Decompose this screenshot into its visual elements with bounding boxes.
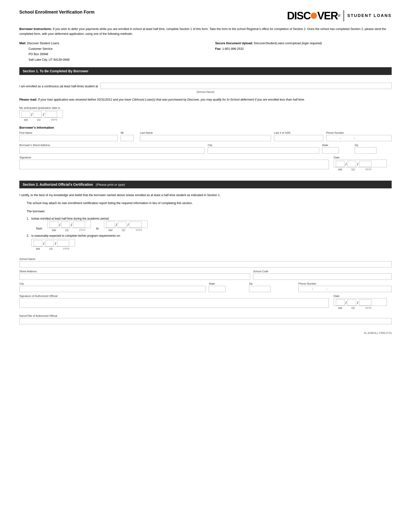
sig-mm-input[interactable]	[336, 161, 345, 167]
s2-sig-mm-input[interactable]	[336, 299, 345, 306]
from-yyyy-lbl: YYYY	[74, 229, 91, 232]
item2-yyyy-input[interactable]	[57, 240, 69, 247]
last-name-label: Last Name	[140, 131, 271, 134]
certify-text: I certify, to the best of my knowledge a…	[19, 193, 392, 198]
s2-name-title-label: Name/Title of Authorized Official	[19, 314, 392, 317]
slash4: /	[356, 162, 359, 167]
s2-name-title-group: Name/Title of Authorized Official	[19, 314, 392, 324]
city-input[interactable]	[208, 147, 319, 153]
graduation-dd-input[interactable]	[33, 111, 42, 117]
from-yyyy-input[interactable]	[73, 221, 85, 228]
s2-phone-dash2: -	[326, 287, 328, 291]
secure-url: DiscoverStudentLoans.com/upload	[254, 42, 301, 45]
item2-mm-input[interactable]	[34, 240, 42, 247]
zip-input[interactable]	[355, 147, 376, 153]
to-dd-input[interactable]	[118, 221, 126, 228]
slash12: /	[356, 301, 359, 306]
logo-text-after: VER	[317, 10, 337, 22]
s2-sig-yyyy-input[interactable]	[359, 299, 371, 306]
graduation-date-group: / /	[19, 110, 63, 118]
to-yyyy-input[interactable]	[130, 221, 142, 228]
secure-note: (login required)	[301, 42, 322, 45]
mi-label: MI	[121, 131, 137, 134]
from-dd-lbl: DD	[60, 229, 74, 232]
graduation-mm-input[interactable]	[21, 111, 30, 117]
ssn-input[interactable]	[274, 135, 323, 141]
s2-school-code-group: School Code	[253, 270, 392, 280]
s2-street-row: Street Address School Code	[19, 270, 392, 280]
borrower-name-row: First Name MI Last Name Last 4 of SSN Ph…	[19, 131, 392, 141]
s2-city-input[interactable]	[19, 286, 206, 292]
city-label: City	[208, 144, 319, 147]
school-name-input[interactable]	[100, 83, 392, 89]
to-date-labels: MM DD YYYY	[104, 229, 148, 232]
sig-yyyy-input[interactable]	[359, 161, 371, 167]
phone-dash2: -	[354, 136, 355, 140]
s2-school-name-group: School Name	[19, 257, 392, 267]
state-input[interactable]	[322, 147, 339, 153]
state-label: State	[322, 144, 352, 147]
from-dd-input[interactable]	[61, 221, 70, 228]
s2-zip-input[interactable]	[249, 286, 271, 292]
form-code: SL.ENROLL.FRM.0716	[364, 332, 392, 334]
phone-last-input[interactable]	[355, 135, 370, 141]
s2-sig-dd-input[interactable]	[347, 299, 356, 306]
graduation-date-labels: MM DD YYYY	[19, 119, 63, 121]
to-mm-input[interactable]	[106, 221, 115, 228]
last-name-group: Last Name	[140, 131, 271, 141]
slash10: /	[54, 242, 57, 247]
item2-dd-input[interactable]	[45, 240, 54, 247]
please-read-label: Please read:	[19, 98, 37, 101]
borrower-label: The borrower:	[27, 209, 392, 214]
sig-date-group: / /	[334, 160, 387, 167]
item2-description: Is reasonably expected to complete his/h…	[31, 234, 121, 238]
from-mm-input[interactable]	[50, 221, 58, 228]
s2-school-name-label: School Name	[19, 257, 392, 260]
fax-label: Fax:	[215, 47, 222, 50]
item2-date: / / MM DD YYYY	[31, 239, 392, 250]
s2-school-code-input[interactable]	[253, 274, 392, 280]
mm-label: MM	[19, 119, 32, 121]
s2-city-label: City	[19, 282, 206, 285]
signature-label: Signature	[19, 156, 329, 159]
signature-date-row: Signature Date / / MM DD YYYY	[19, 156, 392, 171]
slash2: /	[42, 113, 45, 117]
logo-registered: ®	[338, 14, 340, 18]
ssn-label: Last 4 of SSN	[274, 131, 323, 134]
phone-area-input[interactable]	[327, 135, 339, 141]
s2-name-title-input[interactable]	[19, 318, 392, 324]
date-section: Date / / MM DD YYYY	[334, 156, 392, 171]
first-name-input[interactable]	[19, 135, 118, 141]
mail-line4: Salt Lake City, UT 84130-0948	[28, 57, 196, 63]
street-input[interactable]	[19, 147, 205, 153]
s2-city-group: City	[19, 282, 206, 292]
s2-street-input[interactable]	[19, 274, 250, 280]
item2-dd-lbl: DD	[45, 248, 57, 250]
mi-input[interactable]	[121, 135, 134, 141]
last-name-input[interactable]	[140, 135, 271, 141]
school-name-row: I am enrolled as a continuous (at least …	[19, 83, 392, 89]
mail-info: Mail: Discover Student Loans Customer Se…	[19, 41, 196, 62]
s2-state-input[interactable]	[209, 286, 225, 292]
to-yyyy-lbl: YYYY	[130, 229, 148, 232]
from-date: / / MM DD YYYY	[47, 220, 91, 232]
signature-input[interactable]	[19, 160, 329, 169]
s2-signature-input[interactable]	[19, 298, 329, 308]
s2-phone-last-input[interactable]	[328, 286, 342, 292]
sig-dd-input[interactable]	[347, 161, 356, 167]
s2-phone-middle-input[interactable]	[314, 286, 326, 292]
s2-school-name-input[interactable]	[19, 261, 392, 267]
item2-mm-lbl: MM	[31, 248, 45, 250]
to-mm-lbl: MM	[104, 229, 117, 232]
graduation-yyyy-input[interactable]	[45, 111, 57, 117]
logo-orange-circle	[311, 13, 317, 19]
borrower-info-title: Borrower's Information	[19, 126, 392, 129]
phone-label: Phone Number	[326, 131, 392, 134]
s2-state-label: State	[209, 282, 246, 285]
s2-sig-date-row: Signature of Authorized Official Date / …	[19, 294, 392, 310]
from-mm-lbl: MM	[47, 229, 60, 232]
phone-middle-input[interactable]	[341, 135, 354, 141]
s2-phone-area-input[interactable]	[299, 286, 312, 292]
s2-state-group: State	[209, 282, 246, 292]
upload-fax-info: Secure Document Upload: DiscoverStudentL…	[215, 41, 392, 62]
